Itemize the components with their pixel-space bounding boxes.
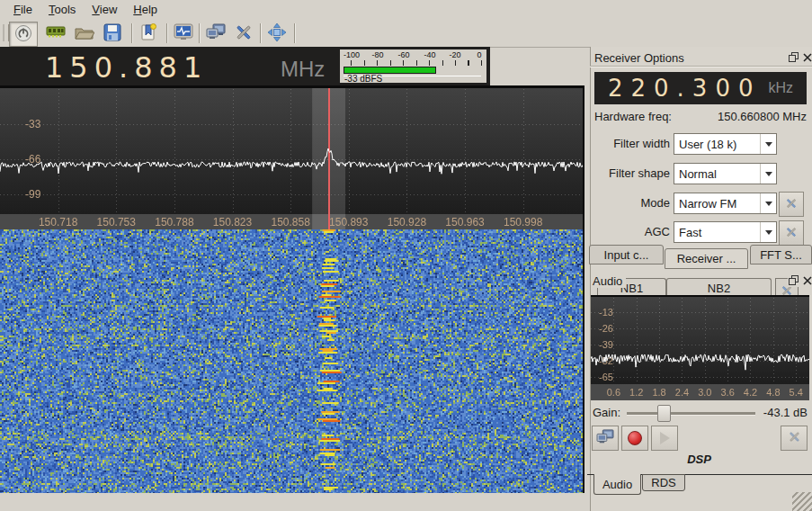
computers-icon xyxy=(206,23,226,44)
smeter-tick-label: -40 xyxy=(424,50,435,59)
toolbar-separator xyxy=(166,23,168,43)
toolbar-separator xyxy=(260,23,262,43)
gain-value: -43.1 dB xyxy=(755,406,808,419)
menu-file[interactable]: File xyxy=(5,1,40,18)
filter-shape-label: Filter shape xyxy=(589,166,670,180)
smeter-tick-label: 0 xyxy=(477,50,481,59)
rf-spectrum-plot[interactable] xyxy=(0,85,584,229)
channel-frequency-value: 220.300 xyxy=(608,75,762,102)
mode-options-button[interactable] xyxy=(779,192,804,217)
oscilloscope-icon xyxy=(174,23,193,43)
chevron-down-icon xyxy=(760,134,776,154)
bookmarks-button[interactable] xyxy=(137,22,160,44)
menu-help[interactable]: Help xyxy=(125,1,165,18)
open-folder-icon xyxy=(75,24,94,43)
dsp-group-label: DSP xyxy=(665,453,733,466)
capture-device-icon xyxy=(46,24,66,43)
nb2-button[interactable]: NB2 xyxy=(666,278,772,295)
smeter-tick-label: -100 xyxy=(344,50,360,59)
titlebar-separator xyxy=(590,66,812,67)
move-arrows-icon xyxy=(267,22,287,45)
audio-stream-button[interactable] xyxy=(592,426,619,451)
agc-value: Fast xyxy=(674,226,760,239)
toolbar-separator xyxy=(294,23,296,43)
power-dsp-button[interactable] xyxy=(9,22,38,47)
gain-slider-track[interactable] xyxy=(627,412,755,416)
filter-width-label: Filter width xyxy=(589,137,670,150)
waterfall-display[interactable] xyxy=(0,229,584,493)
hardware-freq-label: Hardware freq: xyxy=(594,110,672,123)
fullscreen-move-button[interactable] xyxy=(265,22,289,44)
smeter-readout: -33 dBFS xyxy=(344,74,382,84)
smeter-tick-label: -80 xyxy=(371,50,383,59)
save-floppy-icon xyxy=(103,23,121,44)
gain-slider-handle[interactable] xyxy=(657,405,671,422)
tab-label: FFT S... xyxy=(760,248,802,262)
play-icon xyxy=(660,432,670,444)
signal-strength-meter: -100 -80 -60 -40 -20 0 -33 dBFS xyxy=(340,49,486,83)
agc-select[interactable]: Fast xyxy=(674,221,777,243)
dock-float-button[interactable] xyxy=(788,52,799,64)
tab-label: Input c... xyxy=(604,248,649,262)
mode-select[interactable]: Narrow FM xyxy=(674,193,777,214)
float-icon xyxy=(789,274,799,288)
resize-grip[interactable] xyxy=(792,492,812,511)
dsp-window-button[interactable] xyxy=(172,22,195,44)
toolbar-separator xyxy=(131,23,133,43)
frequency-unit: MHz xyxy=(281,57,325,82)
save-file-button[interactable] xyxy=(101,22,124,44)
tools-icon xyxy=(784,225,799,242)
agc-options-button[interactable] xyxy=(779,220,804,246)
chevron-down-icon xyxy=(760,222,776,242)
close-icon xyxy=(803,51,812,65)
menu-tools[interactable]: Tools xyxy=(40,1,84,18)
dock-float-button[interactable] xyxy=(788,275,799,287)
io-devices-button[interactable] xyxy=(204,22,228,44)
hardware-freq-value: 150.660800 MHz xyxy=(665,110,807,123)
open-file-button[interactable] xyxy=(73,22,96,44)
channel-frequency-unit: kHz xyxy=(768,80,793,96)
smeter-tick-marks xyxy=(351,60,482,66)
tab-audio[interactable]: Audio xyxy=(593,474,641,495)
audio-options-button[interactable] xyxy=(781,426,808,451)
filter-width-value: User (18 k) xyxy=(674,138,760,151)
dock-close-button[interactable] xyxy=(801,52,812,64)
chevron-down-icon xyxy=(760,193,776,213)
dock-close-button[interactable] xyxy=(801,275,812,287)
receiver-options-title: Receiver Options xyxy=(594,51,684,65)
audio-record-button[interactable] xyxy=(621,426,648,451)
audio-spectrum-plot[interactable] xyxy=(591,295,809,400)
tab-rds[interactable]: RDS xyxy=(642,474,685,491)
smeter-tick-label: -20 xyxy=(449,50,460,59)
tools-icon xyxy=(784,196,799,213)
menu-bar: File Tools View Help xyxy=(0,0,812,19)
filter-shape-select[interactable]: Normal xyxy=(674,163,777,184)
mode-value: Narrow FM xyxy=(674,197,760,211)
agc-label: AGC xyxy=(589,225,670,238)
smeter-tick-label: -60 xyxy=(397,50,409,59)
smeter-bar-track xyxy=(344,67,481,74)
power-icon xyxy=(14,24,32,45)
capture-device-button[interactable] xyxy=(44,22,67,44)
gain-label: Gain: xyxy=(593,406,620,419)
tools-icon xyxy=(787,429,802,447)
float-icon xyxy=(789,51,799,65)
tab-input-controls[interactable]: Input c... xyxy=(589,245,664,264)
tab-label: Receiver ... xyxy=(677,252,736,265)
bookmark-icon xyxy=(139,23,157,44)
filter-width-select[interactable]: User (18 k) xyxy=(674,133,777,155)
record-icon xyxy=(628,431,642,445)
audio-dock-title: Audio xyxy=(593,274,626,288)
network-audio-icon xyxy=(596,429,614,448)
menu-view[interactable]: View xyxy=(84,1,125,18)
audio-play-button[interactable] xyxy=(651,426,678,451)
tab-label: RDS xyxy=(651,476,675,489)
tab-fft-settings[interactable]: FFT S... xyxy=(750,245,812,264)
tools-button[interactable] xyxy=(232,22,255,44)
smeter-bar-fill xyxy=(344,67,436,74)
toolbar-separator xyxy=(199,23,201,43)
chevron-down-icon xyxy=(760,164,776,184)
channel-frequency-lcd[interactable]: 220.300 kHz xyxy=(594,72,807,104)
tools-icon xyxy=(234,22,254,45)
tab-receiver-options[interactable]: Receiver ... xyxy=(665,248,748,269)
